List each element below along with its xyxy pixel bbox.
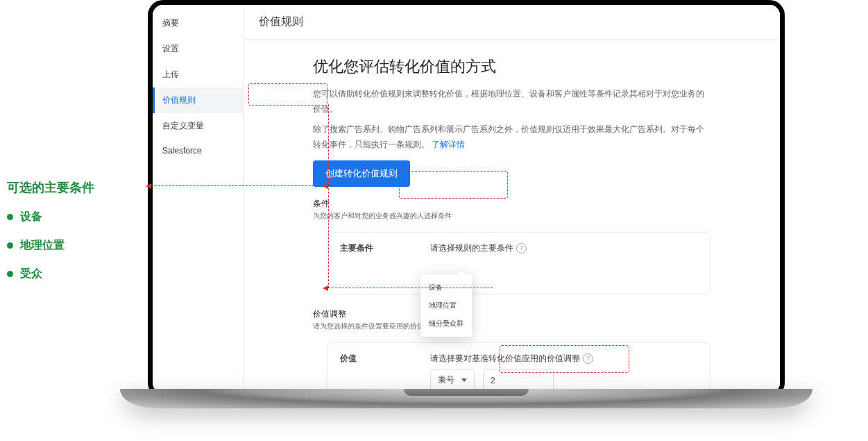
sidebar-item-label: Salesforce (162, 146, 202, 156)
sidebar-item-upload[interactable]: 上传 (153, 62, 243, 88)
learn-more-link[interactable]: 了解详情 (432, 140, 465, 149)
annotation-item-label: 设备 (20, 210, 42, 224)
hero-description-2: 除了搜索广告系列、购物广告系列和展示广告系列之外，价值规则仅适用于效果最大化广告… (313, 122, 710, 152)
value-adjust-card: 价值 请选择要对基准转化价值应用的价值调整 ? 乘号 (327, 342, 710, 393)
sidebar-item-value-rules[interactable]: 价值规则 (153, 88, 243, 113)
sidebar: 摘要 设置 上传 价值规则 自定义变量 Salesforce (153, 5, 244, 393)
annotation-panel: 可选的主要条件 设备 地理位置 受众 (7, 179, 146, 295)
app-window: 摘要 设置 上传 价值规则 自定义变量 Salesforce 价值规则 优化 (153, 5, 780, 393)
value-label: 价值 (340, 353, 402, 365)
page-title: 优化您评估转化价值的方式 (313, 56, 710, 77)
conditions-section-sub: 为您的客户和对您的业务感兴趣的人选择条件 (313, 211, 710, 228)
operator-select-value: 乘号 (438, 374, 454, 386)
sidebar-item-settings[interactable]: 设置 (153, 36, 243, 62)
sidebar-item-salesforce[interactable]: Salesforce (153, 139, 243, 163)
help-icon[interactable]: ? (583, 353, 593, 364)
annotation-title: 可选的主要条件 (7, 179, 146, 196)
menu-item-audience[interactable]: 细分受众群 (420, 315, 472, 333)
sidebar-item-custom-vars[interactable]: 自定义变量 (153, 113, 243, 139)
sidebar-item-label: 自定义变量 (162, 121, 204, 131)
sidebar-item-label: 价值规则 (162, 95, 196, 105)
page-header-title: 价值规则 (259, 15, 303, 27)
menu-item-device[interactable]: 设备 (420, 278, 472, 297)
main-condition-field-label: 请选择规则的主要条件 ? (430, 242, 697, 254)
annotation-item: 地理位置 (7, 238, 146, 253)
sidebar-item-label: 摘要 (162, 18, 179, 28)
menu-item-geo[interactable]: 地理位置 (420, 297, 472, 315)
bullet-icon (7, 214, 13, 220)
annotation-item: 设备 (7, 210, 146, 224)
hero-description-1: 您可以借助转化价值规则来调整转化价值，根据地理位置、设备和客户属性等条件记录其相… (313, 87, 710, 117)
conditions-section-title: 条件 (313, 192, 710, 211)
laptop-notch (404, 389, 529, 396)
condition-dropdown-menu: 设备 地理位置 细分受众群 (420, 274, 472, 337)
chevron-down-icon (461, 378, 467, 382)
help-icon[interactable]: ? (516, 243, 527, 253)
main-panel: 价值规则 优化您评估转化价值的方式 您可以借助转化价值规则来调整转化价值，根据地… (244, 5, 780, 393)
laptop-base (120, 389, 812, 408)
sidebar-item-label: 上传 (162, 69, 179, 79)
laptop-frame: 摘要 设置 上传 价值规则 自定义变量 Salesforce 价值规则 优化 (148, 0, 785, 417)
sidebar-item-summary[interactable]: 摘要 (153, 10, 243, 36)
bullet-icon (7, 242, 13, 249)
annotation-item-label: 受众 (20, 267, 42, 281)
create-rule-button[interactable]: 创建转化价值规则 (313, 160, 410, 187)
main-condition-label: 主要条件 (340, 242, 402, 254)
value-adjust-section-sub: 请为您选择的条件设置要应用的价值 (313, 322, 710, 338)
page-header: 价值规则 (244, 5, 780, 40)
annotation-item: 受众 (7, 267, 146, 281)
annotation-item-label: 地理位置 (20, 238, 65, 253)
value-adjust-section-title: 价值调整 (313, 303, 710, 322)
sidebar-item-label: 设置 (162, 44, 179, 53)
conditions-card: 主要条件 请选择规则的主要条件 ? (327, 232, 710, 294)
bullet-icon (7, 271, 13, 277)
value-field-label: 请选择要对基准转化价值应用的价值调整 ? (430, 353, 697, 365)
